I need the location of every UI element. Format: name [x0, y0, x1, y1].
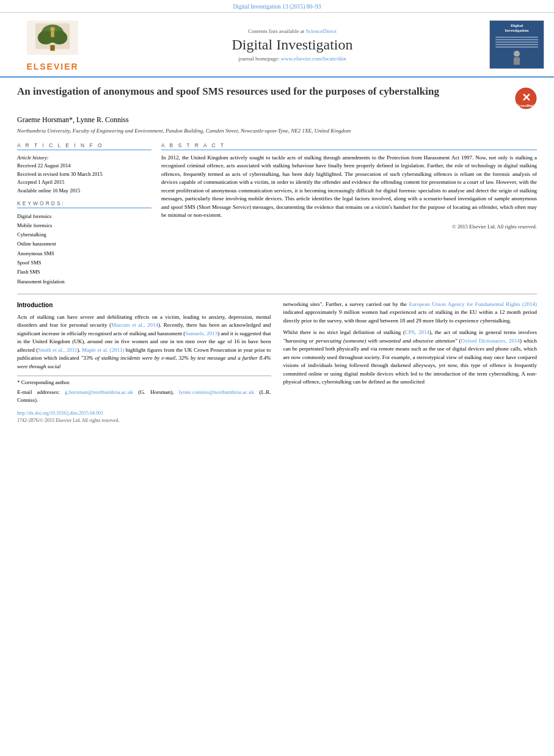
right-col-p2: Whilst there is no strict legal definiti… [283, 329, 538, 387]
received1: Received 22 August 2014 [17, 162, 151, 170]
svg-point-8 [514, 51, 520, 57]
elsevier-tree-icon [22, 18, 83, 60]
article-body: An investigation of anonymous and spoof … [0, 78, 554, 432]
keyword-flash-sms: Flash SMS [17, 267, 151, 277]
footnote-corresponding: * Corresponding author. [17, 379, 271, 387]
keywords-section: Keywords: Digital forensics Mobile foren… [17, 200, 151, 286]
intro-para-1: Acts of stalking can have severe and deb… [17, 313, 271, 371]
contents-available: Contents lists available at ScienceDirec… [95, 28, 489, 34]
keyword-cyberstalking: Cyberstalking [17, 230, 151, 239]
journal-citation-bar: Digital Investigation 13 (2015) 80–93 [0, 0, 554, 13]
main-col-right: networking sites". Further, a survey car… [283, 300, 538, 424]
eu-agency-ref[interactable]: European Union Agency for Fundamental Ri… [409, 301, 537, 307]
svg-rect-7 [51, 31, 54, 37]
svg-rect-5 [50, 45, 54, 51]
email1-link[interactable]: g.horsman@northumbria.ac.uk [65, 389, 133, 395]
history-label: Article history: [17, 154, 151, 162]
copyright: © 2015 Elsevier Ltd. All rights reserved… [161, 224, 537, 230]
keyword-mobile-forensics: Mobile forensics [17, 221, 151, 230]
email2-link[interactable]: lynne.conniss@northumbria.ac.uk [179, 389, 255, 395]
article-info-col: A R T I C L E I N F O Article history: R… [17, 142, 151, 286]
section-divider [17, 294, 537, 294]
oxford-ref[interactable]: Oxford Dictionaries, 2014 [461, 338, 520, 344]
keywords-list: Digital forensics Mobile forensics Cyber… [17, 212, 151, 286]
introduction-heading: Introduction [17, 300, 271, 310]
keyword-anonymous-sms: Anonymous SMS [17, 249, 151, 258]
journal-citation: Digital Investigation 13 (2015) 80–93 [233, 4, 321, 10]
marcum-ref[interactable]: Marcum et al., 2014 [111, 322, 158, 328]
journal-thumb-image [508, 49, 526, 67]
crossmark-icon[interactable]: ✕ CrossMark [515, 87, 537, 109]
abstract-label: A B S T R A C T [161, 142, 537, 150]
svg-text:CrossMark: CrossMark [516, 104, 536, 107]
abstract-col: A B S T R A C T In 2012, the United King… [161, 142, 537, 286]
journal-title: Digital Investigation [95, 37, 489, 53]
keywords-label-heading: Keywords: [17, 200, 151, 208]
cps-ref[interactable]: CPS, 2014 [405, 329, 429, 335]
accepted: Accepted 1 April 2015 [17, 178, 151, 187]
main-col-left: Introduction Acts of stalking can have s… [17, 300, 271, 424]
samuels-ref[interactable]: Samuels, 2013 [185, 330, 217, 336]
info-abstract-section: A R T I C L E I N F O Article history: R… [17, 142, 537, 286]
footnote-area: * Corresponding author. E-mail addresses… [17, 376, 271, 405]
article-info-label: A R T I C L E I N F O [17, 142, 151, 150]
affiliation: Northumbria University, Faculty of Engin… [17, 127, 537, 135]
article-title-block: An investigation of anonymous and spoof … [17, 85, 537, 109]
journal-center: Contents lists available at ScienceDirec… [95, 28, 489, 62]
svg-rect-9 [514, 57, 520, 65]
smith-ref[interactable]: Smith et al., 2011 [38, 347, 77, 353]
authors: Graeme Horsman*, Lynne R. Conniss [17, 115, 537, 125]
journal-homepage: journal homepage: www.elsevier.com/locat… [95, 56, 489, 62]
svg-point-6 [50, 27, 54, 31]
sciencedirect-link[interactable]: ScienceDirect [306, 28, 337, 34]
elsevier-logo: ELSEVIER [10, 18, 95, 71]
article-title-text: An investigation of anonymous and spoof … [17, 85, 515, 98]
rights-line: 1742-2876/© 2015 Elsevier Ltd. All right… [17, 417, 271, 424]
keyword-digital-forensics: Digital forensics [17, 212, 151, 221]
svg-text:✕: ✕ [522, 92, 531, 104]
doi-link[interactable]: http://dx.doi.org/10.1016/j.diin.2015.04… [17, 410, 103, 416]
abstract-text: In 2012, the United Kingdom actively sou… [161, 154, 537, 220]
doi-line: http://dx.doi.org/10.1016/j.diin.2015.04… [17, 410, 271, 417]
received2: Received in revised form 30 March 2015 [17, 170, 151, 179]
journal-header: ELSEVIER Contents lists available at Sci… [0, 13, 554, 78]
journal-thumbnail: DigitalInvestigation [489, 20, 544, 69]
article-history: Article history: Received 22 August 2014… [17, 154, 151, 195]
right-col-p1: networking sites". Further, a survey car… [283, 300, 538, 325]
main-body: Introduction Acts of stalking can have s… [17, 300, 537, 424]
keyword-online-harassment: Online harassment [17, 239, 151, 249]
keyword-spoof-sms: Spoof SMS [17, 258, 151, 267]
elsevier-wordmark: ELSEVIER [26, 62, 78, 71]
keyword-harassment-legislation: Harassment legislation [17, 277, 151, 286]
homepage-link[interactable]: www.elsevier.com/locate/diin [281, 56, 346, 62]
footnote-emails: E-mail addresses: g.horsman@northumbria.… [17, 388, 271, 405]
available-online: Available online 16 May 2015 [17, 187, 151, 195]
maple-ref[interactable]: Maple et al. (2011) [82, 347, 124, 353]
